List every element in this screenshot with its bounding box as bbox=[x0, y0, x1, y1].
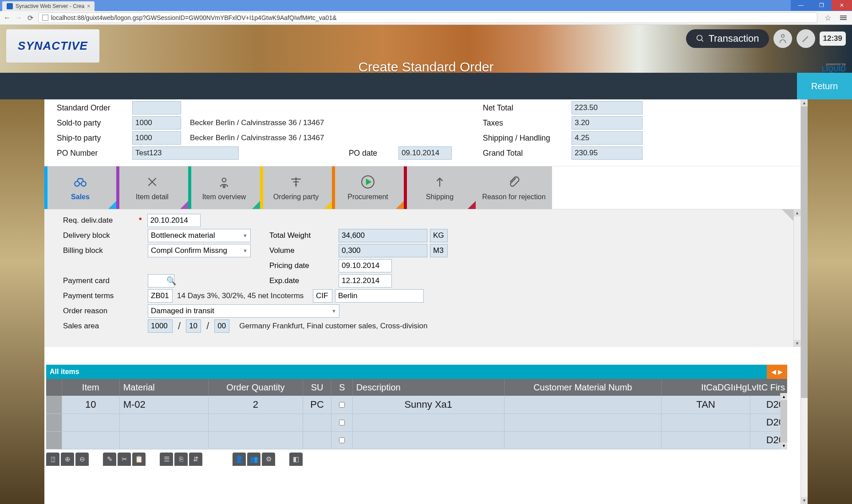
table-row[interactable]: D20 bbox=[46, 431, 787, 449]
nav-back-icon[interactable]: ← bbox=[4, 14, 11, 22]
tb-btn-4[interactable]: ✎ bbox=[103, 453, 116, 466]
pricing-date-field[interactable] bbox=[339, 259, 392, 272]
scroll-thumb[interactable] bbox=[801, 106, 808, 398]
scroll-down-icon[interactable]: ▼ bbox=[781, 442, 787, 449]
sales-area-2[interactable] bbox=[186, 319, 201, 333]
sales-area-3[interactable] bbox=[214, 319, 229, 333]
cell-s[interactable] bbox=[331, 413, 352, 431]
sales-area-1[interactable] bbox=[148, 319, 173, 333]
col-s[interactable]: S bbox=[331, 379, 352, 396]
tb-btn-7[interactable]: ☰ bbox=[160, 453, 173, 466]
cell-qty[interactable] bbox=[209, 431, 303, 449]
tb-btn-2[interactable]: ⊕ bbox=[61, 453, 74, 466]
cell-itca[interactable]: TAN bbox=[661, 396, 750, 413]
volume-unit[interactable] bbox=[430, 244, 448, 257]
tab-sales[interactable]: Sales bbox=[44, 166, 116, 209]
tab-procurement[interactable]: Procurement bbox=[332, 166, 404, 209]
cell-itca[interactable] bbox=[661, 413, 750, 431]
tab-item-overview[interactable]: Item overview bbox=[188, 166, 260, 209]
tb-btn-9[interactable]: ⇵ bbox=[189, 453, 202, 466]
total-weight-unit[interactable] bbox=[430, 229, 448, 242]
billing-block-select[interactable]: Compl Confirm Missng▼ bbox=[148, 244, 251, 257]
tb-btn-10[interactable]: 👤 bbox=[233, 453, 246, 466]
row-selector[interactable] bbox=[46, 431, 62, 449]
value-help-icon[interactable]: 🔍 bbox=[166, 276, 176, 286]
ship-to-field[interactable] bbox=[132, 131, 181, 145]
tb-btn-12[interactable]: ⚙ bbox=[262, 453, 275, 466]
col-order-qty[interactable]: Order Quantity bbox=[209, 379, 303, 396]
col-rest[interactable]: ItCaDGIıHgLvItC Firs bbox=[661, 379, 787, 396]
cell-custmat[interactable] bbox=[504, 413, 661, 431]
row-checkbox[interactable] bbox=[339, 437, 345, 443]
exp-date-field[interactable] bbox=[339, 274, 392, 287]
row-selector[interactable] bbox=[46, 396, 62, 413]
tab-reason-rejection[interactable]: Reason for rejection bbox=[476, 166, 552, 209]
window-maximize-button[interactable]: ❐ bbox=[811, 0, 832, 11]
cell-itca[interactable] bbox=[661, 431, 750, 449]
po-date-field[interactable] bbox=[398, 146, 452, 160]
col-su[interactable]: SU bbox=[303, 379, 331, 396]
scroll-down-icon[interactable]: ▼ bbox=[794, 340, 801, 347]
col-description[interactable]: Description bbox=[352, 379, 504, 396]
cell-desc[interactable] bbox=[352, 413, 504, 431]
cell-qty[interactable]: 2 bbox=[209, 396, 303, 413]
settings-button[interactable] bbox=[797, 29, 815, 48]
cell-material[interactable]: M-02 bbox=[119, 396, 209, 413]
payment-terms-field[interactable] bbox=[148, 289, 173, 303]
standard-order-field[interactable] bbox=[132, 101, 181, 114]
delivery-block-select[interactable]: Bottleneck material▼ bbox=[148, 229, 251, 242]
items-next-icon[interactable]: ▶ bbox=[778, 368, 783, 375]
sales-scrollbar[interactable]: ▲ ▼ bbox=[793, 209, 801, 347]
sold-to-field[interactable] bbox=[132, 116, 181, 130]
tab-close-icon[interactable]: × bbox=[87, 3, 90, 9]
tb-btn-6[interactable]: 📋 bbox=[132, 453, 146, 466]
tb-btn-3[interactable]: ⊖ bbox=[75, 453, 89, 466]
cell-s[interactable] bbox=[331, 431, 352, 449]
scroll-up-icon[interactable]: ▲ bbox=[781, 393, 787, 400]
col-material[interactable]: Material bbox=[119, 379, 209, 396]
bookmark-star-icon[interactable]: ☆ bbox=[824, 13, 831, 23]
window-minimize-button[interactable]: — bbox=[791, 0, 811, 11]
cell-item[interactable]: 10 bbox=[62, 396, 119, 413]
transaction-button[interactable]: Transaction bbox=[686, 29, 769, 48]
order-reason-select[interactable]: Damaged in transit▼ bbox=[148, 304, 339, 318]
cell-custmat[interactable] bbox=[504, 431, 661, 449]
cell-desc[interactable]: Sunny Xa1 bbox=[352, 396, 504, 413]
user-info-button[interactable] bbox=[773, 29, 792, 48]
volume-field[interactable] bbox=[339, 244, 427, 257]
cell-custmat[interactable] bbox=[504, 396, 661, 413]
cell-s[interactable] bbox=[331, 396, 352, 413]
row-selector[interactable] bbox=[46, 413, 62, 431]
items-nav-buttons[interactable]: ◀ ▶ bbox=[767, 365, 787, 379]
row-checkbox[interactable] bbox=[339, 420, 345, 425]
browser-tab[interactable]: Synactive Web Server - Crea × bbox=[2, 1, 95, 11]
items-prev-icon[interactable]: ◀ bbox=[771, 368, 776, 375]
table-row[interactable]: 10 M-02 2 PC Sunny Xa1 TAN D20 bbox=[46, 396, 787, 413]
cell-material[interactable] bbox=[119, 413, 209, 431]
window-close-button[interactable]: ✕ bbox=[832, 0, 852, 11]
scroll-up-icon[interactable]: ▲ bbox=[794, 209, 801, 217]
incoterms2-field[interactable] bbox=[335, 289, 424, 303]
return-button[interactable]: Return bbox=[797, 73, 852, 99]
incoterms1-field[interactable] bbox=[313, 289, 332, 303]
items-vertical-scrollbar[interactable]: ▲ ▼ bbox=[780, 393, 787, 449]
cell-su[interactable] bbox=[303, 413, 331, 431]
cell-material[interactable] bbox=[119, 431, 209, 449]
browser-menu-icon[interactable] bbox=[838, 15, 848, 21]
grand-total-field[interactable] bbox=[572, 146, 643, 160]
row-checkbox[interactable] bbox=[339, 402, 345, 408]
col-item[interactable]: Item bbox=[62, 379, 119, 396]
tb-btn-11[interactable]: 👥 bbox=[247, 453, 260, 466]
cell-item[interactable] bbox=[62, 413, 119, 431]
tb-btn-8[interactable]: ⎘ bbox=[174, 453, 188, 466]
tb-btn-5[interactable]: ✂ bbox=[118, 453, 131, 466]
cell-su[interactable]: PC bbox=[303, 396, 331, 413]
tb-btn-13[interactable]: ◧ bbox=[289, 453, 303, 466]
col-cust-material[interactable]: Customer Material Numb bbox=[504, 379, 661, 396]
tb-btn-1[interactable]: ⍰ bbox=[46, 453, 59, 466]
table-row[interactable]: D20 bbox=[46, 413, 787, 431]
po-number-field[interactable] bbox=[132, 146, 239, 160]
scroll-thumb[interactable] bbox=[781, 400, 787, 442]
cell-desc[interactable] bbox=[352, 431, 504, 449]
tab-item-detail[interactable]: Item detail bbox=[116, 166, 188, 209]
